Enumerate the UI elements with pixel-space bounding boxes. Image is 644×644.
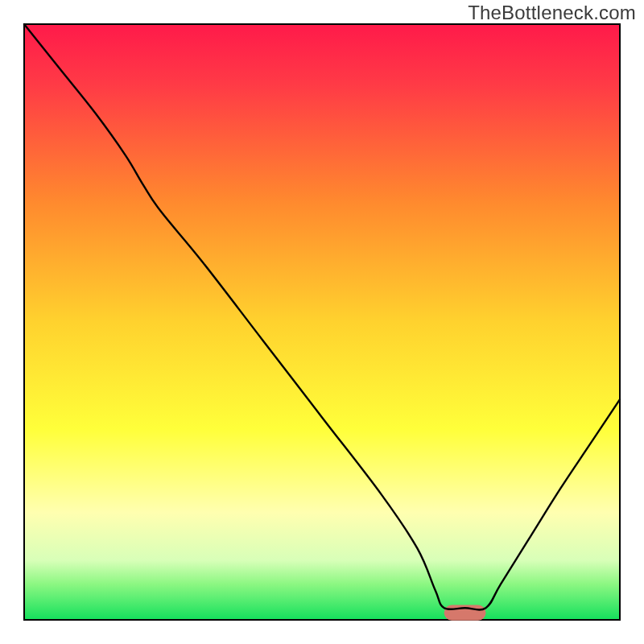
chart-canvas [0,0,644,644]
plot-area [24,24,620,621]
bottleneck-chart: TheBottleneck.com [0,0,644,644]
plot-background [24,24,620,620]
watermark-text: TheBottleneck.com [468,2,636,24]
